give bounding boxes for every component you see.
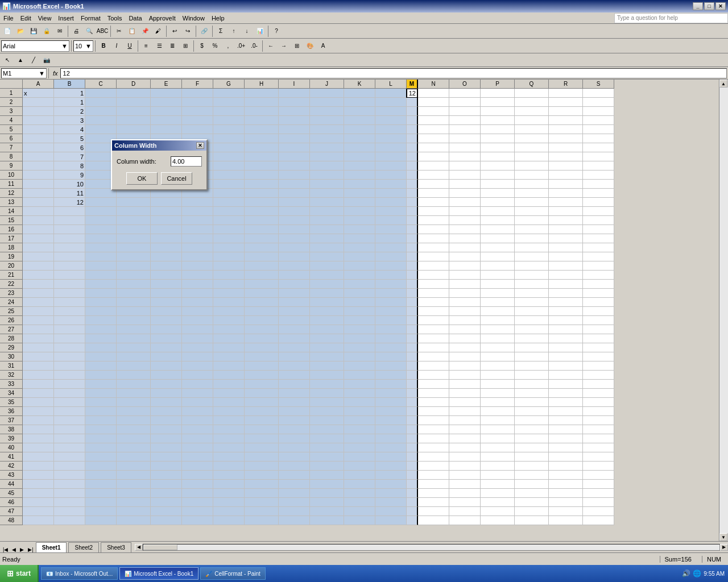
dialog-ok-button[interactable]: OK [126, 172, 158, 185]
hyperlink-button[interactable]: 🔗 [198, 25, 210, 38]
cell-Q2[interactable] [515, 98, 549, 107]
tab-nav-next[interactable]: ▶ [18, 547, 26, 552]
row-num-16[interactable]: 16 [0, 225, 23, 234]
chart-button[interactable]: 📊 [254, 25, 266, 38]
col-header-E[interactable]: E [151, 80, 182, 89]
formula-input[interactable]: 12 [60, 68, 727, 78]
col-header-J[interactable]: J [310, 80, 344, 89]
percent-button[interactable]: % [209, 40, 221, 52]
align-right-button[interactable]: ≣ [166, 40, 179, 52]
menu-edit[interactable]: Edit [17, 13, 35, 23]
scroll-up-button[interactable]: ▲ [719, 80, 727, 88]
cell-F1[interactable] [182, 89, 213, 98]
indent-increase[interactable]: → [278, 40, 290, 52]
cell-E2[interactable] [151, 98, 182, 107]
row-num-19[interactable]: 19 [0, 252, 23, 261]
tab-nav-first[interactable]: |◀ [1, 547, 10, 552]
print-button[interactable]: 🖨 [70, 25, 82, 38]
col-header-R[interactable]: R [549, 80, 583, 89]
arrow-button[interactable]: ↖ [1, 54, 14, 66]
help-button[interactable]: ? [270, 25, 283, 38]
cell-B2[interactable]: 1 [54, 98, 85, 107]
cell-S2[interactable] [583, 98, 614, 107]
row-num-15[interactable]: 15 [0, 216, 23, 225]
sheet-tab-2[interactable]: Sheet2 [68, 542, 99, 552]
row-num-45[interactable]: 45 [0, 489, 23, 498]
redo-button[interactable]: ↪ [181, 25, 194, 38]
vertical-scrollbar[interactable]: ▲ ▼ [719, 80, 728, 541]
underline-button[interactable]: U [123, 40, 136, 52]
row-num-9[interactable]: 9 [0, 161, 23, 171]
col-header-N[interactable]: N [418, 80, 449, 89]
tab-nav-last[interactable]: ▶| [26, 547, 35, 552]
menu-format[interactable]: Format [77, 13, 104, 23]
copy-button[interactable]: 📋 [126, 25, 138, 38]
col-header-P[interactable]: P [481, 80, 515, 89]
menu-tools[interactable]: Tools [104, 13, 126, 23]
cell-H1[interactable] [245, 89, 279, 98]
autosum-button[interactable]: Σ [214, 25, 227, 38]
row-num-17[interactable]: 17 [0, 234, 23, 243]
merge-center-button[interactable]: ⊞ [179, 40, 192, 52]
dialog-close-button[interactable]: ✕ [196, 142, 204, 149]
row-num-18[interactable]: 18 [0, 243, 23, 252]
cell-G1[interactable] [213, 89, 245, 98]
row-num-30[interactable]: 30 [0, 352, 23, 361]
row-num-39[interactable]: 39 [0, 434, 23, 443]
row-num-8[interactable]: 8 [0, 152, 23, 161]
currency-button[interactable]: $ [196, 40, 208, 52]
col-header-G[interactable]: G [213, 80, 245, 89]
minimize-button[interactable]: _ [693, 2, 703, 10]
row-num-24[interactable]: 24 [0, 298, 23, 307]
col-header-D[interactable]: D [117, 80, 151, 89]
cell-M1[interactable]: 12 [407, 89, 418, 98]
align-left-button[interactable]: ≡ [140, 40, 152, 52]
row-num-13[interactable]: 13 [0, 198, 23, 207]
comma-button[interactable]: , [222, 40, 234, 52]
row-num-27[interactable]: 27 [0, 325, 23, 334]
row-num-47[interactable]: 47 [0, 507, 23, 516]
menu-data[interactable]: Data [125, 13, 145, 23]
close-button[interactable]: ✕ [715, 2, 726, 10]
save-button[interactable]: 💾 [27, 25, 40, 38]
dialog-cancel-button[interactable]: Cancel [161, 172, 192, 185]
taskbar-item-outlook[interactable]: 📧 Inbox - Microsoft Out... [41, 567, 118, 580]
cell-L2[interactable] [375, 98, 407, 107]
col-header-B[interactable]: B [54, 80, 85, 89]
cell-A1[interactable]: x [23, 89, 54, 98]
row-num-23[interactable]: 23 [0, 289, 23, 298]
cell-B3[interactable]: 2 [54, 107, 85, 116]
sheet-tab-3[interactable]: Sheet3 [101, 542, 131, 552]
paste-button[interactable]: 📌 [139, 25, 151, 38]
preview-button[interactable]: 🔍 [83, 25, 96, 38]
cell-G2[interactable] [213, 98, 245, 107]
cell-J2[interactable] [310, 98, 344, 107]
autoshapes-button[interactable]: ▲ [14, 54, 27, 66]
new-button[interactable]: 📄 [1, 25, 14, 38]
indent-decrease[interactable]: ← [264, 40, 277, 52]
menu-window[interactable]: Window [179, 13, 208, 23]
row-num-7[interactable]: 7 [0, 143, 23, 152]
sort-desc-button[interactable]: ↓ [241, 25, 253, 38]
cell-R1[interactable] [549, 89, 583, 98]
cell-N2[interactable] [418, 98, 449, 107]
font-size-dropdown[interactable]: 10 ▼ [73, 40, 93, 52]
row-num-42[interactable]: 42 [0, 462, 23, 471]
row-num-5[interactable]: 5 [0, 125, 23, 134]
column-width-input[interactable] [171, 156, 202, 167]
menu-view[interactable]: View [35, 13, 55, 23]
col-header-S[interactable]: S [583, 80, 614, 89]
row-num-44[interactable]: 44 [0, 480, 23, 489]
cell-I2[interactable] [279, 98, 310, 107]
col-header-A[interactable]: A [23, 80, 54, 89]
row-num-25[interactable]: 25 [0, 307, 23, 316]
cell-S1[interactable] [583, 89, 614, 98]
row-num-2[interactable]: 2 [0, 98, 23, 107]
cut-button[interactable]: ✂ [113, 25, 125, 38]
row-num-38[interactable]: 38 [0, 425, 23, 434]
maximize-button[interactable]: □ [704, 2, 714, 10]
row-num-14[interactable]: 14 [0, 207, 23, 216]
row-num-35[interactable]: 35 [0, 398, 23, 407]
row-num-12[interactable]: 12 [0, 189, 23, 198]
row-num-22[interactable]: 22 [0, 280, 23, 289]
